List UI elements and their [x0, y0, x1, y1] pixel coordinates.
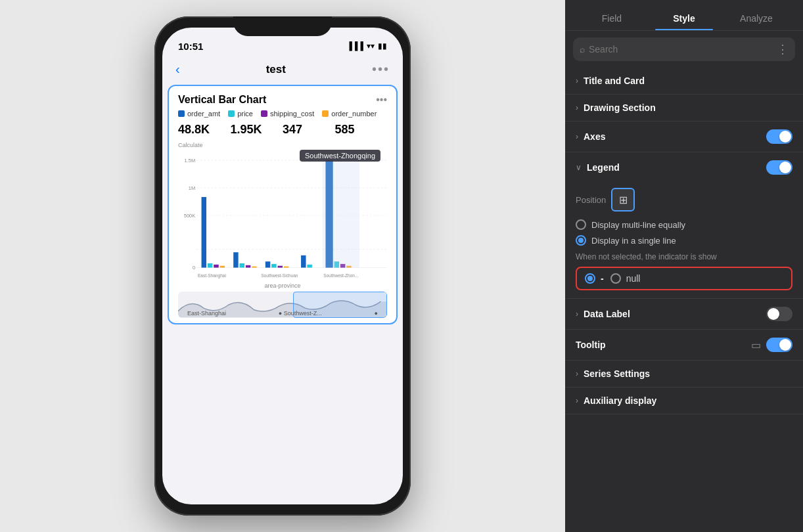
svg-rect-19 — [278, 266, 283, 268]
tooltip-right: ▭ — [751, 338, 792, 352]
metric-value-shipping: 347 — [283, 123, 335, 137]
search-input[interactable] — [589, 44, 770, 55]
chart-menu-icon[interactable]: ••• — [376, 94, 387, 106]
minimap-label-3: ● — [375, 310, 378, 317]
legend-item-order-amt: order_amt — [178, 110, 220, 118]
svg-rect-27 — [323, 157, 359, 267]
radio-multi-line[interactable]: Display multi-line equally — [576, 219, 792, 230]
section-drawing[interactable]: › Drawing Section — [565, 95, 803, 122]
back-button[interactable]: ‹ — [175, 62, 180, 77]
section-data-label-left: › Data Label — [576, 309, 630, 319]
svg-rect-21 — [301, 255, 306, 268]
section-axes-right — [766, 129, 792, 144]
legend-item-shipping: shipping_cost — [261, 110, 314, 118]
legend-toggle[interactable] — [766, 160, 792, 175]
section-axes-left: › Axes — [576, 131, 605, 142]
metric-value-price: 1.95K — [231, 123, 283, 137]
radio-single-line[interactable]: Display in a single line — [576, 235, 792, 246]
more-button[interactable]: ••• — [372, 62, 390, 77]
indicator-null-option[interactable]: null — [610, 273, 641, 284]
position-label: Position — [576, 195, 606, 205]
chart-svg: 1.5M 1M 500K 0 — [178, 150, 387, 281]
tabs-bar: Field Style Analyze — [565, 0, 803, 31]
svg-text:Southwest-Sichuan: Southwest-Sichuan — [261, 273, 298, 278]
indicator-dash-radio-inner — [587, 276, 593, 281]
legend-label-shipping: shipping_cost — [270, 110, 314, 118]
metric-value-order-num: 585 — [335, 123, 388, 137]
chevron-right-icon-series: › — [576, 369, 578, 378]
section-series-settings[interactable]: › Series Settings — [565, 361, 803, 388]
indicator-dash-label: - — [601, 273, 604, 284]
status-time: 10:51 — [178, 41, 203, 52]
radio-circle-singleline — [576, 235, 586, 246]
svg-rect-13 — [233, 252, 238, 267]
svg-text:500K: 500K — [184, 213, 195, 219]
chart-card: Vertical Bar Chart ••• order_amt price — [168, 85, 398, 324]
svg-text:0: 0 — [193, 265, 195, 271]
indicator-dash-radio — [585, 273, 595, 284]
data-label-toggle-knob — [768, 308, 779, 320]
wifi-icon: ▾▾ — [367, 41, 375, 51]
tab-field[interactable]: Field — [576, 8, 648, 30]
svg-text:1.5M: 1.5M — [185, 158, 196, 164]
svg-text:Southwest-Zhon...: Southwest-Zhon... — [323, 273, 358, 278]
metric-value-order-amt: 48.8K — [178, 123, 231, 137]
position-icon: ⊞ — [619, 194, 628, 206]
data-label-toggle[interactable] — [766, 307, 792, 321]
svg-rect-22 — [307, 265, 311, 268]
legend-item-price: price — [228, 110, 253, 118]
metrics-row: 48.8K 1.95K 347 585 — [169, 123, 396, 142]
svg-rect-17 — [265, 261, 270, 267]
section-axes-label: Axes — [584, 131, 605, 142]
svg-rect-14 — [240, 263, 244, 268]
search-more-button[interactable]: ⋮ — [777, 42, 789, 56]
legend-label-order-num: order_number — [331, 110, 377, 118]
chevron-down-icon-legend: ∨ — [576, 163, 582, 172]
chevron-right-icon-drawing: › — [576, 103, 578, 112]
section-drawing-left: › Drawing Section — [576, 102, 656, 113]
svg-rect-20 — [284, 267, 288, 268]
chart-tooltip: Southwest-Zhongqing — [300, 150, 380, 162]
legend-section-header[interactable]: ∨ Legend — [565, 152, 803, 183]
legend-item-order-num: order_number — [322, 110, 377, 118]
minimap-label-2: ● Southwest-Z... — [279, 310, 322, 317]
section-axes[interactable]: › Axes — [565, 122, 803, 152]
chart-minimap[interactable]: East-Shanghai ● Southwest-Z... ● — [178, 292, 387, 318]
indicator-dash-option[interactable]: - — [585, 273, 604, 284]
tab-style[interactable]: Style — [648, 8, 720, 30]
section-drawing-label: Drawing Section — [584, 102, 656, 113]
metric-shipping: 347 — [283, 123, 335, 137]
tooltip-toggle[interactable] — [766, 338, 792, 352]
svg-rect-10 — [208, 263, 212, 268]
section-tooltip-left: Tooltip — [576, 340, 606, 350]
section-series-label: Series Settings — [584, 368, 650, 379]
svg-rect-9 — [202, 197, 206, 268]
chevron-right-icon-auxiliary: › — [576, 396, 578, 405]
left-panel: 10:51 ▐▐▐ ▾▾ ▮▮ ‹ test ••• Vertical Bar … — [0, 0, 565, 532]
signal-icon: ▐▐▐ — [346, 41, 363, 51]
tab-analyze[interactable]: Analyze — [720, 8, 792, 30]
position-button[interactable]: ⊞ — [611, 188, 635, 211]
chevron-right-icon-data-label: › — [576, 309, 578, 319]
section-data-label[interactable]: › Data Label — [565, 299, 803, 330]
chart-svg-container: Southwest-Zhongqing 1.5M 1M 500K — [178, 150, 387, 281]
chart-y-label: Calculate — [178, 142, 387, 148]
axes-toggle-knob — [779, 131, 791, 143]
chevron-right-icon: › — [576, 76, 578, 85]
metric-order-amt: 48.8K — [178, 123, 231, 137]
section-auxiliary-display[interactable]: › Auxiliary display — [565, 388, 803, 414]
minimap-labels: East-Shanghai ● Southwest-Z... ● — [178, 310, 387, 317]
battery-icon: ▮▮ — [378, 41, 387, 51]
phone-frame: 10:51 ▐▐▐ ▾▾ ▮▮ ‹ test ••• Vertical Bar … — [154, 16, 411, 516]
chart-legend: order_amt price shipping_cost order_numb… — [169, 110, 396, 123]
search-icon: ⌕ — [580, 44, 585, 55]
section-title-and-card[interactable]: › Title and Card — [565, 68, 803, 95]
section-tooltip: Tooltip ▭ — [565, 330, 803, 361]
svg-rect-16 — [252, 267, 256, 268]
axes-toggle[interactable] — [766, 129, 792, 144]
position-row: Position ⊞ — [576, 188, 792, 211]
svg-text:1M: 1M — [189, 185, 195, 191]
mobile-icon: ▭ — [751, 339, 761, 351]
indicator-null-radio — [610, 273, 621, 284]
section-title-and-card-left: › Title and Card — [576, 76, 645, 86]
